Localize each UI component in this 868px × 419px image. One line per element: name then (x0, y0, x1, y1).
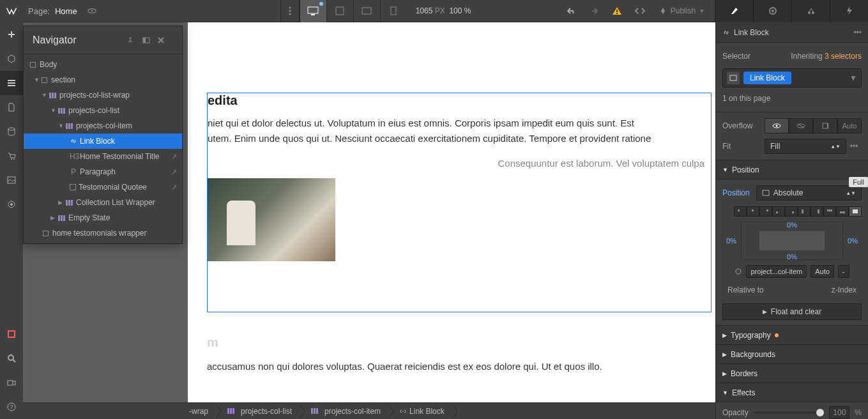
tree-empty[interactable]: ▶Empty State (24, 210, 182, 225)
fit-select[interactable]: Fill▲▼ (765, 139, 846, 154)
pages-icon[interactable] (0, 95, 23, 119)
zindex-auto[interactable]: Auto (811, 265, 834, 278)
overflow-scroll-button[interactable] (813, 118, 837, 133)
preview-icon[interactable] (82, 6, 102, 16)
selector-prefix-icon[interactable] (727, 72, 740, 84)
breadcrumb: -wrap projects-col-list projects-col-ite… (23, 402, 715, 419)
pos-preset[interactable] (811, 206, 823, 217)
pos-preset[interactable] (759, 206, 772, 217)
close-icon[interactable] (158, 37, 173, 43)
position-accordion[interactable]: ▼Position (716, 160, 868, 179)
symbols-icon[interactable] (0, 47, 23, 71)
pos-preset[interactable] (836, 206, 849, 217)
overflow-auto-button[interactable]: Auto (837, 118, 862, 133)
tree-paragraph[interactable]: PParagraph↗ (24, 164, 182, 179)
breadcrumb-item[interactable]: Link Block (388, 403, 452, 420)
style-tab[interactable] (715, 0, 753, 22)
device-mobile-button[interactable] (380, 0, 407, 22)
effects-accordion[interactable]: ▼Effects (716, 383, 868, 402)
page-name[interactable]: Home (55, 6, 77, 16)
pos-preset-full[interactable] (849, 206, 862, 217)
on-page-label: 1 on this page (722, 94, 770, 103)
style-manager-tab[interactable] (791, 0, 830, 22)
overflow-hidden-button[interactable] (789, 118, 813, 133)
svg-rect-40 (752, 210, 754, 211)
selector-label: Selector (722, 52, 750, 61)
pos-preset[interactable] (823, 206, 836, 217)
typography-accordion[interactable]: ▶Typography (716, 326, 868, 345)
add-element-icon[interactable] (0, 22, 23, 47)
search-icon[interactable] (0, 346, 23, 370)
audit-icon[interactable] (0, 322, 23, 346)
interactions-tab[interactable] (830, 0, 868, 22)
svg-text:?: ? (10, 404, 13, 410)
navigator-icon[interactable] (0, 71, 23, 95)
zindex-dash[interactable]: - (838, 265, 849, 278)
more-icon[interactable]: ••• (846, 142, 862, 151)
selector-input[interactable]: Link Block ▼ (722, 68, 862, 88)
code-icon[interactable] (628, 0, 651, 22)
cms-icon[interactable] (0, 119, 23, 144)
tree-list[interactable]: ▼projects-col-list (24, 103, 182, 118)
assets-icon[interactable] (0, 168, 23, 192)
tree-link-block[interactable]: Link Block (24, 133, 182, 149)
svg-point-13 (772, 10, 774, 12)
svg-rect-32 (730, 75, 736, 80)
borders-accordion[interactable]: ▶Borders (716, 364, 868, 383)
pos-preset[interactable] (772, 206, 785, 217)
pos-preset[interactable] (785, 206, 798, 217)
tree-body[interactable]: Body (24, 57, 182, 72)
ecommerce-icon[interactable] (0, 144, 23, 168)
position-select[interactable]: Absolute▲▼ (756, 185, 862, 201)
selector-chip[interactable]: Link Block (743, 72, 791, 84)
pos-preset[interactable] (747, 206, 759, 217)
device-tablet-landscape-button[interactable] (353, 0, 380, 22)
position-box[interactable]: 0% 0% 0% 0% (741, 222, 843, 260)
tree-homewrap[interactable]: home testomonials wrapper (24, 225, 182, 241)
card-title: edita (208, 93, 711, 108)
relative-to-chip[interactable]: project...col-item (746, 265, 807, 278)
tree-wrap[interactable]: ▼projects-col-list-wrap (24, 88, 182, 103)
help-icon[interactable]: ? (0, 395, 23, 419)
tree-section[interactable]: ▼section (24, 72, 182, 88)
breadcrumb-item[interactable]: projects-col-list (216, 403, 300, 420)
tree-quotee[interactable]: Testomonial Quotee↗ (24, 179, 182, 195)
svg-rect-48 (853, 210, 858, 213)
svg-rect-31 (143, 38, 146, 43)
pos-preset[interactable] (798, 206, 811, 217)
opacity-value[interactable]: 100 (829, 406, 849, 419)
video-icon[interactable] (0, 370, 23, 395)
fit-label: Fit (722, 142, 758, 151)
svg-rect-41 (766, 210, 768, 211)
tree-item[interactable]: ▼projects-col-item (24, 118, 182, 133)
canvas[interactable]: edita niet qui et dolor delectus ut. Vol… (188, 22, 715, 402)
device-desktop-button[interactable] (300, 0, 326, 22)
navigator-panel: Navigator Body ▼section ▼projects-col-li… (23, 26, 183, 244)
undo-icon[interactable] (560, 0, 582, 22)
webflow-logo[interactable] (0, 0, 23, 22)
pos-preset[interactable] (734, 206, 747, 217)
opacity-slider[interactable] (754, 411, 825, 414)
menu-dots-icon[interactable] (280, 0, 300, 22)
more-icon[interactable]: ••• (853, 28, 862, 37)
site-settings-icon[interactable] (0, 192, 23, 217)
chevron-down-icon[interactable]: ▼ (849, 73, 857, 82)
link-icon (70, 137, 77, 145)
tree-h3[interactable]: H3Home Testomonial Title↗ (24, 149, 182, 164)
warning-icon[interactable] (605, 0, 628, 22)
dock-icon[interactable] (142, 37, 158, 43)
settings-tab[interactable] (753, 0, 791, 22)
publish-button[interactable]: Publish ▼ (651, 6, 712, 15)
tree-collection[interactable]: ▶Collection List Wrapper (24, 195, 182, 210)
float-clear-button[interactable]: ▶Float and clear (722, 303, 862, 320)
svg-rect-46 (827, 210, 832, 211)
breadcrumb-item[interactable]: -wrap (23, 403, 216, 420)
backgrounds-accordion[interactable]: ▶Backgrounds (716, 345, 868, 364)
pin-icon[interactable] (127, 36, 142, 44)
device-tablet-button[interactable] (326, 0, 353, 22)
svg-rect-11 (616, 13, 618, 14)
selected-link-block[interactable]: edita niet qui et dolor delectus ut. Vol… (207, 93, 712, 312)
breadcrumb-item[interactable]: projects-col-item (300, 403, 388, 420)
redo-icon[interactable] (582, 0, 605, 22)
overflow-visible-button[interactable] (765, 118, 789, 133)
